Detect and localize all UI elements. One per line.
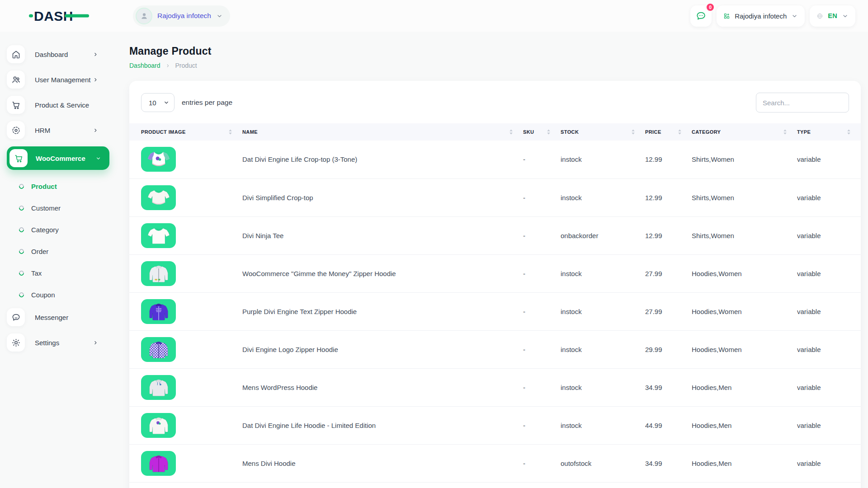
search-input[interactable] (756, 93, 849, 113)
product-type: variable (797, 178, 861, 216)
product-sku: - (523, 330, 561, 368)
chevron-right-icon (93, 77, 99, 83)
chevron-down-icon (95, 155, 101, 161)
bullet-icon (18, 291, 25, 298)
product-sku: - (523, 178, 561, 216)
product-name: Divi Engine Logo Zipper Hoodie (242, 330, 523, 368)
column-header-sku[interactable]: SKU (523, 123, 561, 141)
products-table: PRODUCT IMAGENAMESKUSTOCKPRICECATEGORYTY… (129, 123, 861, 483)
product-sku: - (523, 216, 561, 254)
sidebar-item-product-service[interactable]: Product & Service (7, 96, 109, 114)
garment-graphic (147, 263, 170, 284)
product-sku: - (523, 368, 561, 406)
workspace-switcher[interactable]: Rajodiya infotech (133, 5, 230, 27)
product-price: 12.99 (645, 141, 692, 178)
chevron-right-icon (165, 63, 170, 68)
column-header-price[interactable]: PRICE (645, 123, 692, 141)
column-header-category[interactable]: CATEGORY (692, 123, 797, 141)
column-header-name[interactable]: NAME (242, 123, 523, 141)
chevron-down-icon (216, 13, 223, 19)
table-header-row: PRODUCT IMAGENAMESKUSTOCKPRICECATEGORYTY… (129, 123, 861, 141)
product-price: 34.99 (645, 444, 692, 482)
product-category: Hoodies,Men (692, 444, 797, 482)
product-stock: instock (561, 330, 645, 368)
table-row[interactable]: Mens Divi Hoodie-outofstock34.99Hoodies,… (129, 444, 861, 482)
table-row[interactable]: Divi Simplified Crop-top-instock12.99Shi… (129, 178, 861, 216)
product-category: Hoodies,Women (692, 254, 797, 292)
bullet-icon (18, 226, 25, 233)
product-name: Divi Ninja Tee (242, 216, 523, 254)
garment-graphic (147, 415, 170, 436)
product-type: variable (797, 292, 861, 330)
column-header-stock[interactable]: STOCK (561, 123, 645, 141)
table-row[interactable]: Mens WordPress Hoodie-instock34.99Hoodie… (129, 368, 861, 406)
brand-logo[interactable]: DASH (0, 7, 118, 25)
sidebar-item-hrm[interactable]: HRM (7, 121, 109, 139)
sort-icon[interactable] (783, 129, 787, 135)
chevron-right-icon (93, 52, 99, 57)
product-sku: - (523, 254, 561, 292)
column-header-type[interactable]: TYPE (797, 123, 861, 141)
product-stock: onbackorder (561, 216, 645, 254)
sort-icon[interactable] (228, 129, 232, 135)
sort-icon[interactable] (631, 129, 635, 135)
home-icon (7, 45, 25, 63)
sort-icon[interactable] (847, 129, 851, 135)
product-category: Shirts,Women (692, 216, 797, 254)
product-name: Dat Divi Engine Life Crop-top (3-Tone) (242, 141, 523, 178)
product-sku: - (523, 141, 561, 178)
entries-per-page-select[interactable]: 10 (141, 93, 175, 112)
submenu-item-customer[interactable]: Customer (19, 197, 118, 219)
sidebar-item-settings[interactable]: Settings (7, 333, 109, 352)
product-price: 27.99 (645, 254, 692, 292)
product-stock: instock (561, 141, 645, 178)
submenu-item-coupon[interactable]: Coupon (19, 284, 118, 305)
product-price: 29.99 (645, 330, 692, 368)
sidebar-item-user-management[interactable]: User Management (7, 70, 109, 89)
bullet-icon (18, 269, 25, 276)
cart-icon (7, 96, 25, 114)
sort-icon[interactable] (678, 129, 682, 135)
person-icon (139, 11, 149, 21)
company-menu-button[interactable]: Rajodiya infotech (717, 5, 805, 27)
table-row[interactable]: Dat Divi Engine Life Crop-top (3-Tone)-i… (129, 141, 861, 178)
garment-graphic (147, 339, 170, 360)
sort-icon[interactable] (509, 129, 513, 135)
topbar-actions: 0 Rajodiya infotech EN (690, 5, 868, 27)
submenu-item-category[interactable]: Category (19, 219, 118, 240)
table-row[interactable]: Purple Divi Engine Text Zipper Hoodie-in… (129, 292, 861, 330)
garment-graphic (146, 188, 172, 208)
sidebar-item-messenger[interactable]: Messenger (7, 308, 109, 326)
cart-icon (9, 149, 28, 167)
product-sku: - (523, 444, 561, 482)
table-row[interactable]: Divi Ninja Tee-onbackorder12.99Shirts,Wo… (129, 216, 861, 254)
message-icon (695, 10, 707, 22)
messages-badge: 0 (706, 3, 715, 12)
product-category: Hoodies,Women (692, 330, 797, 368)
workspace-name: Rajodiya infotech (157, 12, 211, 20)
bullet-icon (18, 183, 25, 189)
submenu-item-tax[interactable]: Tax (19, 262, 118, 284)
breadcrumb-dashboard-link[interactable]: Dashboard (129, 62, 160, 69)
messages-button[interactable]: 0 (690, 5, 712, 27)
submenu-item-product[interactable]: Product (19, 175, 118, 197)
product-sku: - (523, 292, 561, 330)
submenu-item-order[interactable]: Order (19, 240, 118, 262)
table-row[interactable]: Dat Divi Engine Life Hoodie - Limited Ed… (129, 406, 861, 444)
table-row[interactable]: WooCommerce "Gimme the Money" Zipper Hoo… (129, 254, 861, 292)
product-image (141, 337, 176, 362)
sidebar-item-dashboard[interactable]: Dashboard (7, 45, 109, 63)
product-name: Mens Divi Hoodie (242, 444, 523, 482)
product-stock: instock (561, 292, 645, 330)
sort-icon[interactable] (547, 129, 551, 135)
column-header-product-image[interactable]: PRODUCT IMAGE (129, 123, 242, 141)
language-selector[interactable]: EN (810, 5, 855, 27)
language-label: EN (828, 12, 837, 19)
hrm-icon (7, 121, 25, 139)
company-name: Rajodiya infotech (735, 12, 787, 20)
garment-graphic (147, 453, 170, 474)
table-row[interactable]: Divi Engine Logo Zipper Hoodie-instock29… (129, 330, 861, 368)
product-stock: instock (561, 254, 645, 292)
sidebar-item-woocommerce[interactable]: WooCommerce (7, 146, 109, 170)
product-image (141, 185, 176, 210)
